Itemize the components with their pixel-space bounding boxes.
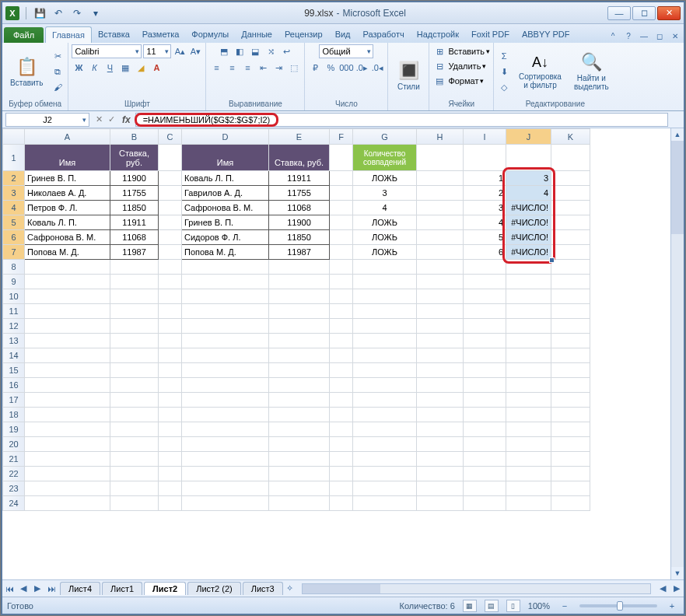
cell-H5[interactable] <box>417 215 464 230</box>
cell-A24[interactable] <box>25 496 110 511</box>
cell-K14[interactable] <box>551 348 590 363</box>
cell-G19[interactable] <box>353 422 417 437</box>
cell-F13[interactable] <box>330 334 353 348</box>
ribbon-tab-вид[interactable]: Вид <box>329 26 357 43</box>
column-header-A[interactable]: A <box>25 129 110 145</box>
cell-D24[interactable] <box>182 496 269 511</box>
cell-H19[interactable] <box>417 422 464 437</box>
undo-icon[interactable]: ↶ <box>51 6 65 20</box>
help-icon[interactable]: ? <box>621 30 635 41</box>
cell-E6[interactable]: 11850 <box>269 230 330 245</box>
cell-B1[interactable]: Ставка,руб. <box>110 145 159 171</box>
cell-B2[interactable]: 11900 <box>110 171 159 186</box>
ribbon-tab-разметка[interactable]: Разметка <box>136 26 186 43</box>
cell-A17[interactable] <box>25 393 110 408</box>
cell-D1[interactable]: Имя <box>182 145 269 171</box>
grow-font-icon[interactable]: A▴ <box>173 44 187 58</box>
font-color-icon[interactable]: A <box>149 61 163 75</box>
cell-G13[interactable] <box>353 334 417 348</box>
cell-H6[interactable] <box>417 230 464 245</box>
cell-K19[interactable] <box>551 422 590 437</box>
cell-C5[interactable] <box>159 215 182 230</box>
align-bottom-icon[interactable]: ⬓ <box>248 44 262 58</box>
cell-A23[interactable] <box>25 481 110 496</box>
cell-E23[interactable] <box>269 481 330 496</box>
row-header-16[interactable]: 16 <box>3 378 25 393</box>
fill-icon[interactable]: ⬇ <box>497 65 511 79</box>
cell-H16[interactable] <box>417 378 464 393</box>
cell-K5[interactable] <box>551 215 590 230</box>
normal-view-icon[interactable]: ▦ <box>463 600 477 612</box>
ribbon-tab-надстройк[interactable]: Надстройк <box>411 26 465 43</box>
cell-K10[interactable] <box>551 289 590 304</box>
cell-G10[interactable] <box>353 289 417 304</box>
cell-I15[interactable] <box>464 363 506 378</box>
cell-K22[interactable] <box>551 467 590 481</box>
cell-K2[interactable] <box>551 171 590 186</box>
cell-E3[interactable]: 11755 <box>269 186 330 201</box>
ribbon-tab-рецензир[interactable]: Рецензир <box>278 26 329 43</box>
row-header-1[interactable]: 1 <box>3 145 25 171</box>
cell-E18[interactable] <box>269 408 330 422</box>
paste-button[interactable]: 📋 Вставить <box>5 55 47 89</box>
cell-C13[interactable] <box>159 334 182 348</box>
cell-J10[interactable] <box>506 289 551 304</box>
cell-I20[interactable] <box>464 437 506 452</box>
cell-E4[interactable]: 11068 <box>269 201 330 215</box>
styles-button[interactable]: 🔳 Стили <box>391 59 425 93</box>
row-header-13[interactable]: 13 <box>3 334 25 348</box>
cell-J15[interactable] <box>506 363 551 378</box>
sheet-nav-first-icon[interactable]: ⏮ <box>2 583 16 595</box>
cell-J22[interactable] <box>506 467 551 481</box>
cell-K11[interactable] <box>551 304 590 319</box>
name-box[interactable]: J2 <box>5 113 89 127</box>
cell-I22[interactable] <box>464 467 506 481</box>
cell-E11[interactable] <box>269 304 330 319</box>
orientation-icon[interactable]: ⤭ <box>264 44 278 58</box>
cell-C10[interactable] <box>159 289 182 304</box>
cell-H22[interactable] <box>417 467 464 481</box>
cell-J3[interactable]: 4 <box>506 186 551 201</box>
row-header-5[interactable]: 5 <box>3 215 25 230</box>
cell-J6[interactable]: #ЧИСЛО! <box>506 230 551 245</box>
cell-B3[interactable]: 11755 <box>110 186 159 201</box>
ribbon-tab-foxit pdf[interactable]: Foxit PDF <box>465 26 516 43</box>
doc-min-icon[interactable]: — <box>637 30 651 41</box>
cell-H20[interactable] <box>417 437 464 452</box>
cell-K15[interactable] <box>551 363 590 378</box>
cell-H1[interactable] <box>417 145 464 171</box>
cell-A4[interactable]: Петров Ф. Л. <box>25 201 110 215</box>
cell-H4[interactable] <box>417 201 464 215</box>
cell-C2[interactable] <box>159 171 182 186</box>
cell-D8[interactable] <box>182 260 269 275</box>
cell-K20[interactable] <box>551 437 590 452</box>
cell-G23[interactable] <box>353 481 417 496</box>
cell-F16[interactable] <box>330 378 353 393</box>
cell-J21[interactable] <box>506 452 551 467</box>
cell-F20[interactable] <box>330 437 353 452</box>
cell-D15[interactable] <box>182 363 269 378</box>
cell-H23[interactable] <box>417 481 464 496</box>
cell-D7[interactable]: Попова М. Д. <box>182 245 269 260</box>
zoom-slider[interactable] <box>579 604 657 607</box>
cell-E9[interactable] <box>269 275 330 289</box>
decrease-decimal-icon[interactable]: .0◂ <box>370 61 384 75</box>
cell-A9[interactable] <box>25 275 110 289</box>
cell-B17[interactable] <box>110 393 159 408</box>
cell-G20[interactable] <box>353 437 417 452</box>
font-size-combo[interactable]: 11 <box>143 44 171 58</box>
italic-icon[interactable]: К <box>87 61 101 75</box>
column-header-F[interactable]: F <box>330 129 353 145</box>
cell-I4[interactable]: 3 <box>464 201 506 215</box>
zoom-in-icon[interactable]: + <box>665 600 679 612</box>
cell-B19[interactable] <box>110 422 159 437</box>
cell-B13[interactable] <box>110 334 159 348</box>
cell-A12[interactable] <box>25 319 110 334</box>
ribbon-minimize-icon[interactable]: ^ <box>606 30 620 41</box>
fx-enter-icon[interactable]: ✓ <box>105 114 117 124</box>
row-header-4[interactable]: 4 <box>3 201 25 215</box>
cell-C6[interactable] <box>159 230 182 245</box>
scroll-down-icon[interactable]: ▼ <box>671 567 684 579</box>
cell-H15[interactable] <box>417 363 464 378</box>
row-header-9[interactable]: 9 <box>3 275 25 289</box>
